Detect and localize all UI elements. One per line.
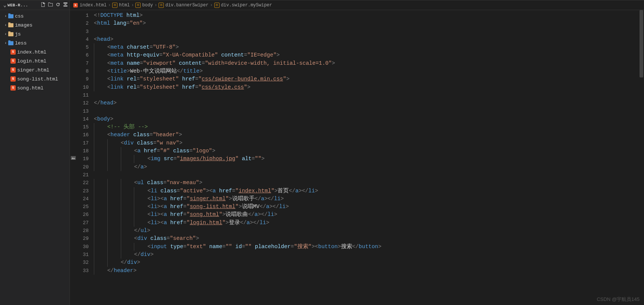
line-numbers: 1234567891011121314151617181920212223242… [77, 10, 94, 305]
folder-item[interactable]: ›css [0, 12, 70, 21]
glyph-margin [70, 10, 77, 305]
file-item[interactable]: 5song.html [0, 83, 70, 92]
tag-icon: ⚃ [135, 3, 141, 8]
svg-rect-0 [71, 156, 76, 160]
file-item[interactable]: 5song-list.html [0, 74, 70, 83]
scrollbar-thumb[interactable] [640, 10, 643, 77]
file-item[interactable]: 5index.html [0, 48, 70, 57]
file-item[interactable]: 5singer.html [0, 65, 70, 74]
breadcrumb-item[interactable]: div.bannerSwiper [165, 3, 208, 8]
folder-item[interactable]: ›images [0, 21, 70, 30]
breadcrumb-item[interactable]: html [119, 3, 130, 8]
folder-item[interactable]: ›less [0, 39, 70, 48]
code-editor[interactable]: <!DOCTYPE html><html lang="en"> <head> <… [94, 10, 639, 305]
vertical-scrollbar[interactable] [639, 10, 644, 305]
collapse-icon[interactable] [63, 2, 68, 9]
explorer-header: ⌄ WEB-R... [0, 0, 70, 10]
file-explorer: ⌄ WEB-R... ›css ›images ›js ›less 5index… [0, 0, 70, 305]
folder-item[interactable]: ›js [0, 30, 70, 39]
tag-icon: ⚃ [159, 3, 164, 8]
tag-icon: ⚃ [214, 3, 220, 8]
project-name: WEB-R... [7, 3, 40, 7]
breadcrumb[interactable]: 5 index.html› ⚃html› ⚃body› ⚃div.bannerS… [70, 0, 644, 10]
breadcrumb-item[interactable]: body [142, 3, 153, 8]
gutter-image-icon [70, 155, 77, 161]
watermark: CSDN @宇航员145 [597, 296, 640, 303]
breadcrumb-item[interactable]: index.html [80, 3, 107, 8]
chevron-down-icon[interactable]: ⌄ [2, 2, 7, 8]
editor-area: 5 index.html› ⚃html› ⚃body› ⚃div.bannerS… [70, 0, 644, 305]
new-folder-icon[interactable] [48, 2, 53, 9]
new-file-icon[interactable] [40, 2, 46, 9]
file-tree: ›css ›images ›js ›less 5index.html 5logi… [0, 10, 70, 92]
breadcrumb-item[interactable]: div.swiper.mySwiper [221, 3, 272, 8]
tag-icon: ⚃ [112, 3, 117, 8]
file-item[interactable]: 5login.html [0, 57, 70, 65]
refresh-icon[interactable] [55, 2, 61, 9]
